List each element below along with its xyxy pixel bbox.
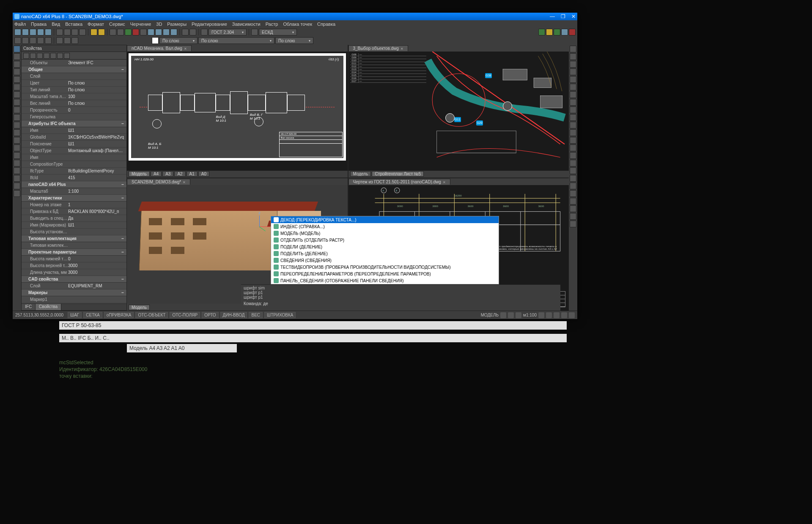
rvtool-15-icon[interactable] — [570, 152, 576, 159]
paste-icon[interactable] — [71, 29, 78, 35]
rvtool-19-icon[interactable] — [570, 183, 576, 189]
rvtool-24-icon[interactable] — [570, 221, 576, 227]
layout-a3[interactable]: А3 — [162, 171, 173, 177]
tb-e-icon[interactable] — [140, 29, 147, 35]
tb-k-icon[interactable] — [189, 29, 196, 35]
property-section[interactable]: nanoCAD x64 Plus — [22, 181, 126, 188]
status-ortho[interactable]: ОРТО — [202, 312, 218, 318]
rvtool-22-icon[interactable] — [570, 205, 576, 212]
save-icon[interactable] — [30, 29, 36, 35]
layer-icon[interactable] — [56, 37, 63, 44]
tb2-c-icon[interactable] — [30, 37, 36, 44]
rvtool-16-icon[interactable] — [570, 160, 576, 166]
vtool-20-icon[interactable] — [14, 190, 20, 197]
prop-tool-6-icon[interactable] — [57, 53, 63, 59]
linetype-dropdown[interactable]: По слою — [275, 37, 313, 44]
vtool-19-icon[interactable] — [14, 183, 20, 189]
vtool-1-icon[interactable] — [14, 46, 20, 52]
property-row[interactable]: ЦветПо слою — [22, 80, 126, 87]
layout-model-tr[interactable]: Модель — [350, 171, 371, 177]
rvtool-8-icon[interactable] — [570, 99, 576, 106]
layer-color-dropdown[interactable]: По слою — [198, 37, 274, 44]
new-file-icon[interactable] — [14, 29, 21, 35]
tb-r1-icon[interactable] — [538, 29, 545, 35]
status-snap[interactable]: ШАГ — [68, 312, 82, 318]
rvtool-2-icon[interactable] — [570, 53, 576, 60]
doc-tab-scan2bim[interactable]: SCAN2BIM_DEMO3.dwg*✕ — [127, 179, 190, 185]
autocomplete-item[interactable]: ПОДЕЛИТЬ (ДЕЛЕНИЕ) — [271, 250, 499, 257]
tb-r4-icon[interactable] — [561, 29, 568, 35]
menu-draw[interactable]: Черчение — [130, 22, 151, 27]
property-row[interactable]: Высота установки... — [22, 229, 126, 235]
font-gost-dropdown[interactable]: ГОСТ 2.304 — [208, 29, 247, 35]
property-row[interactable]: Высота верхней т...3000 — [22, 262, 126, 269]
property-section[interactable]: Типовая комплектация — [22, 235, 126, 242]
vtool-3-icon[interactable] — [14, 61, 20, 68]
vtool-5-icon[interactable] — [14, 76, 20, 83]
status-ind8-icon[interactable] — [569, 312, 575, 318]
property-row[interactable]: ObjectTypeМонтажный шкаф (Панели 19") — [22, 147, 126, 154]
menu-help[interactable]: Справка — [317, 22, 335, 27]
vtool-6-icon[interactable] — [14, 84, 20, 90]
status-otrack-polar[interactable]: ОТС-ПОЛЯР — [170, 312, 200, 318]
prop-tool-2-icon[interactable] — [30, 53, 36, 59]
vtool-12-icon[interactable] — [14, 129, 20, 136]
rvtool-9-icon[interactable] — [570, 106, 576, 113]
doc-tab-mech[interactable]: nCAD Механика. Вал.dwg✕ — [127, 45, 192, 51]
menu-3d[interactable]: 3D — [156, 22, 162, 27]
rvtool-1-icon[interactable] — [570, 46, 576, 52]
tb-h-icon[interactable] — [163, 29, 170, 35]
print-icon[interactable] — [37, 29, 44, 35]
open-file-icon[interactable] — [22, 29, 29, 35]
rvtool-12-icon[interactable] — [570, 129, 576, 136]
vtool-18-icon[interactable] — [14, 175, 20, 182]
prop-tool-4-icon[interactable] — [44, 53, 49, 59]
vtool-14-icon[interactable] — [14, 145, 20, 151]
vtool-10-icon[interactable] — [14, 114, 20, 121]
rvtool-11-icon[interactable] — [570, 122, 576, 128]
status-ind3-icon[interactable] — [516, 312, 521, 318]
menu-file[interactable]: Файл — [14, 22, 26, 27]
layout-model[interactable]: Модель — [129, 171, 150, 177]
autocomplete-item[interactable]: СВЕДЕНИЯ (СВЕДЕНИЯ) — [271, 257, 499, 264]
tb-r2-icon[interactable] — [546, 29, 553, 35]
status-grid[interactable]: СЕТКА — [83, 312, 102, 318]
property-row[interactable]: GlobalId1KC$rHGOz5vxBWeHPIeZvq — [22, 134, 126, 141]
property-row[interactable]: Гиперссылка — [22, 114, 126, 120]
rvtool-5-icon[interactable] — [570, 76, 576, 83]
status-ind5-icon[interactable] — [546, 312, 552, 318]
rvtool-6-icon[interactable] — [570, 84, 576, 90]
autocomplete-item[interactable]: ИНДЕКС (СПРАВКА...) — [271, 223, 499, 230]
status-ind2-icon[interactable] — [508, 312, 514, 318]
vtool-16-icon[interactable] — [14, 160, 20, 166]
status-lweight[interactable]: ВЕС — [249, 312, 263, 318]
tb-a-icon[interactable] — [110, 29, 116, 35]
doc-tab-siteplan[interactable]: 3_Выбор объектов.dwg✕ — [348, 45, 408, 51]
tb-b-icon[interactable] — [117, 29, 124, 35]
font-icon[interactable] — [201, 29, 208, 35]
menu-edit[interactable]: Правка — [31, 22, 47, 27]
tb-j-icon[interactable] — [182, 29, 189, 35]
doc-tab-gost[interactable]: Чертеж из ГОСТ 21.501-2011 (nanoCAD).dwg… — [348, 179, 450, 185]
property-row[interactable]: Вес линийПо слою — [22, 100, 126, 107]
menu-dimensions[interactable]: Размеры — [167, 22, 187, 27]
property-section[interactable]: Общие — [22, 66, 126, 73]
tb2-a-icon[interactable] — [14, 37, 21, 44]
drawing-viewport-tr[interactable]: 3_Выбор объектов.dwg✕ — [348, 45, 569, 177]
property-row[interactable]: Маркер1 — [22, 296, 126, 303]
autocomplete-item[interactable]: ДЕКОД (ПЕРЕКОДИРОВКА ТЕКСТА...) — [271, 216, 499, 223]
redo-icon[interactable] — [98, 29, 105, 35]
status-ind4-icon[interactable] — [538, 312, 544, 318]
tb2-d-icon[interactable] — [37, 37, 44, 44]
tb-i-icon[interactable] — [170, 29, 177, 35]
status-scale[interactable]: м1:100 — [523, 313, 537, 317]
status-ind1-icon[interactable] — [500, 312, 506, 318]
vtool-11-icon[interactable] — [14, 122, 20, 128]
status-dyninput[interactable]: ДИН-ВВОД — [220, 312, 247, 318]
plot-icon[interactable] — [45, 29, 52, 35]
vtool-17-icon[interactable] — [14, 167, 20, 174]
menu-insert[interactable]: Вставка — [65, 22, 82, 27]
prop-tool-1-icon[interactable] — [23, 53, 29, 59]
std-icon[interactable] — [251, 29, 258, 35]
layer2-icon[interactable] — [64, 37, 71, 44]
